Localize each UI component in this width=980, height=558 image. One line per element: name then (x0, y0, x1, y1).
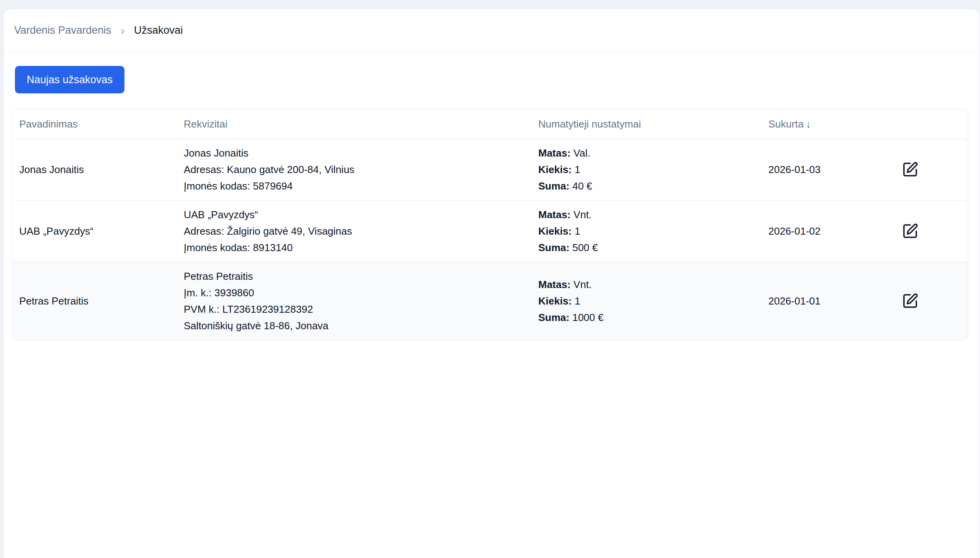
column-header-numatytieji-nustatymai: Numatytieji nustatymai (538, 118, 768, 130)
edit-icon (902, 293, 918, 309)
created-date-cell: 2026-01-03 (768, 164, 886, 176)
default-setting-line: Matas: Vnt. (538, 206, 768, 223)
sort-descending-icon: ↓ (806, 118, 811, 130)
table-row: Jonas Jonaitis Jonas JonaitisAdresas: Ka… (12, 139, 968, 200)
default-setting-value: 1 (572, 225, 580, 237)
chevron-right-icon: › (121, 25, 124, 36)
customer-name-cell: Jonas Jonaitis (12, 164, 184, 176)
default-setting-value: Val. (570, 147, 590, 159)
detail-line: Įm. k.: 3939860 (184, 284, 538, 301)
default-setting-value: 40 € (569, 180, 592, 192)
edit-button[interactable] (902, 223, 918, 239)
default-setting-label: Matas: (538, 147, 570, 159)
default-setting-value: 1 (572, 295, 580, 307)
default-setting-line: Suma: 1000 € (538, 309, 768, 326)
customer-name-cell: Petras Petraitis (12, 295, 184, 307)
default-setting-value: 500 € (569, 242, 598, 253)
column-header-sukurta-label: Sukurta (768, 118, 804, 130)
default-setting-line: Matas: Val. (538, 145, 768, 161)
default-setting-value: Vnt. (570, 209, 591, 221)
default-setting-value: 1 (572, 164, 580, 175)
default-setting-line: Kiekis: 1 (538, 161, 768, 178)
edit-button[interactable] (902, 293, 918, 309)
table-row: UAB „Pavyzdys“ UAB „Pavyzdys“Adresas: Ža… (12, 200, 968, 262)
default-setting-label: Kiekis: (538, 164, 572, 175)
detail-line: Įmonės kodas: 8913140 (184, 239, 538, 256)
table-body: Jonas Jonaitis Jonas JonaitisAdresas: Ka… (12, 139, 968, 340)
detail-line: Saltoniškių gatvė 18-86, Jonava (184, 317, 538, 334)
detail-line: PVM k.: LT23619239128392 (184, 301, 538, 317)
edit-button[interactable] (902, 161, 918, 178)
column-header-rekvizitai: Rekvizitai (184, 118, 538, 130)
breadcrumb-item-user[interactable]: Vardenis Pavardenis (14, 24, 111, 36)
default-setting-line: Suma: 500 € (538, 239, 768, 256)
detail-line: Petras Petraitis (184, 268, 538, 284)
default-setting-line: Kiekis: 1 (538, 293, 768, 309)
default-setting-value: 1000 € (569, 312, 603, 323)
created-date-cell: 2026-01-02 (768, 225, 886, 237)
details-cell: Petras PetraitisĮm. k.: 3939860PVM k.: L… (184, 262, 538, 340)
default-setting-value: Vnt. (570, 279, 591, 290)
default-setting-label: Matas: (538, 209, 570, 221)
table-row: Petras Petraitis Petras PetraitisĮm. k.:… (12, 262, 968, 340)
column-header-pavadinimas: Pavadinimas (12, 118, 184, 130)
default-setting-label: Suma: (538, 242, 569, 253)
detail-line: Adresas: Žalgirio gatvė 49, Visaginas (184, 223, 538, 239)
new-customer-button[interactable]: Naujas užsakovas (15, 66, 124, 93)
main-card: Vardenis Pavardenis › Užsakovai Naujas u… (4, 9, 979, 558)
customer-name-cell: UAB „Pavyzdys“ (12, 225, 184, 237)
page-content: Naujas užsakovas Pavadinimas Rekvizitai … (4, 52, 979, 340)
created-date-cell: 2026-01-01 (768, 295, 886, 307)
detail-line: Įmonės kodas: 5879694 (184, 178, 538, 194)
edit-icon (902, 161, 918, 178)
details-cell: UAB „Pavyzdys“Adresas: Žalgirio gatvė 49… (184, 201, 538, 262)
default-setting-label: Kiekis: (538, 295, 572, 307)
default-setting-line: Kiekis: 1 (538, 223, 768, 239)
defaults-cell: Matas: Val.Kiekis: 1Suma: 40 € (538, 145, 768, 194)
default-setting-label: Suma: (538, 180, 569, 192)
column-header-sukurta[interactable]: Sukurta ↓ (768, 118, 886, 130)
detail-line: Jonas Jonaitis (184, 145, 538, 161)
customers-table: Pavadinimas Rekvizitai Numatytieji nusta… (12, 109, 968, 340)
details-cell: Jonas JonaitisAdresas: Kauno gatvė 200-8… (184, 139, 538, 200)
defaults-cell: Matas: Vnt.Kiekis: 1Suma: 500 € (538, 206, 768, 256)
default-setting-line: Suma: 40 € (538, 178, 768, 194)
breadcrumb: Vardenis Pavardenis › Užsakovai (4, 9, 979, 52)
edit-icon (902, 223, 918, 239)
defaults-cell: Matas: Vnt.Kiekis: 1Suma: 1000 € (538, 276, 768, 326)
table-header-row: Pavadinimas Rekvizitai Numatytieji nusta… (12, 109, 968, 139)
detail-line: Adresas: Kauno gatvė 200-84, Vilnius (184, 161, 538, 178)
default-setting-label: Kiekis: (538, 225, 572, 237)
default-setting-line: Matas: Vnt. (538, 276, 768, 293)
detail-line: UAB „Pavyzdys“ (184, 206, 538, 223)
breadcrumb-item-current: Užsakovai (134, 24, 183, 36)
default-setting-label: Suma: (538, 312, 569, 323)
default-setting-label: Matas: (538, 279, 570, 290)
